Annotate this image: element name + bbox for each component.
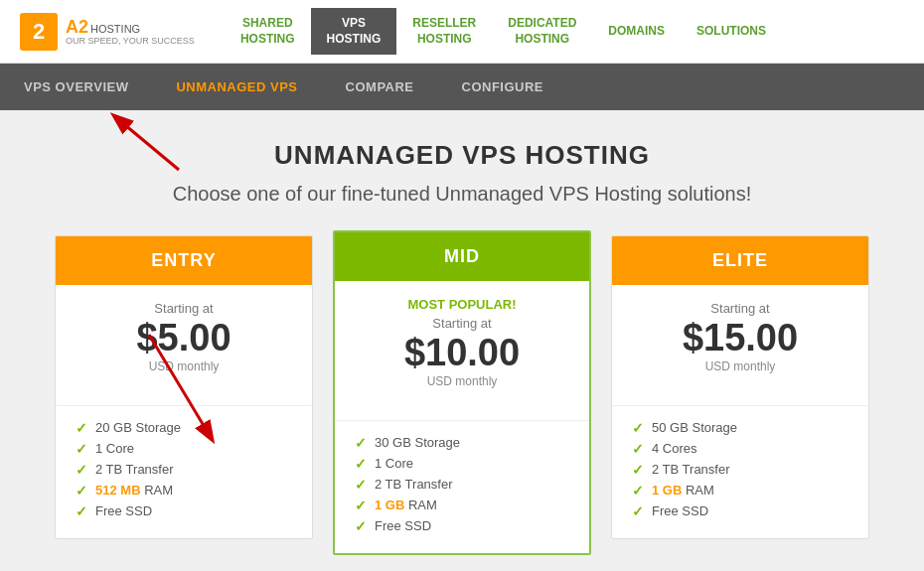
plan-entry-header: ENTRY <box>56 236 312 285</box>
list-item: ✓50 GB Storage <box>632 420 848 436</box>
check-icon: ✓ <box>355 518 367 534</box>
plan-mid-most-popular: MOST POPULAR! <box>355 297 569 312</box>
list-item: ✓1 GB RAM <box>355 498 569 513</box>
list-item: ✓512 MB RAM <box>76 483 292 499</box>
svg-line-3 <box>149 335 209 434</box>
check-icon: ✓ <box>355 435 367 451</box>
page-title: UNMANAGED VPS HOSTING <box>40 140 884 171</box>
plan-elite-starting-at: Starting at <box>632 301 848 316</box>
logo-tagline: OUR SPEED, YOUR SUCCESS <box>66 36 195 46</box>
subnav-configure[interactable]: CONFIGURE <box>438 64 568 110</box>
top-navigation: 2 A2 HOSTING OUR SPEED, YOUR SUCCESS SHA… <box>0 0 924 64</box>
feature-highlight: 512 MB <box>95 483 141 498</box>
check-icon: ✓ <box>632 483 644 499</box>
plan-elite-body: Starting at $15.00 USD monthly <box>612 285 868 405</box>
top-nav-links: SHAREDHOSTING VPSHOSTING RESELLERHOSTING… <box>225 8 904 55</box>
subnav-vps-overview[interactable]: VPS OVERVIEW <box>0 64 152 110</box>
page-subtitle: Choose one of our fine-tuned Unmanaged V… <box>40 183 884 206</box>
plan-elite-features: ✓50 GB Storage ✓4 Cores ✓2 TB Transfer ✓… <box>612 405 868 538</box>
nav-domains[interactable]: DOMAINS <box>592 16 681 48</box>
nav-shared-hosting[interactable]: SHAREDHOSTING <box>225 8 311 55</box>
feature-highlight: 1 GB <box>375 498 404 512</box>
check-icon: ✓ <box>355 498 367 513</box>
logo-a2: A2 <box>66 18 88 36</box>
check-icon: ✓ <box>632 503 644 519</box>
logo-hosting: HOSTING <box>90 23 140 36</box>
plan-mid-features: ✓30 GB Storage ✓1 Core ✓2 TB Transfer ✓1… <box>335 420 589 553</box>
check-icon: ✓ <box>632 462 644 478</box>
nav-reseller-hosting[interactable]: RESELLERHOSTING <box>396 8 492 55</box>
list-item: ✓2 TB Transfer <box>632 462 848 478</box>
plan-elite-price: $15.00 <box>632 318 848 359</box>
nav-vps-hosting[interactable]: VPSHOSTING <box>311 8 397 55</box>
main-content: UNMANAGED VPS HOSTING Choose one of our … <box>0 110 924 571</box>
plan-elite-period: USD monthly <box>632 359 848 373</box>
subnav-compare[interactable]: COMPARE <box>322 64 438 110</box>
logo[interactable]: 2 A2 HOSTING OUR SPEED, YOUR SUCCESS <box>20 13 195 51</box>
nav-solutions[interactable]: SOLUTIONS <box>681 16 782 48</box>
list-item: ✓2 TB Transfer <box>76 462 292 478</box>
arrow-down-annotation <box>70 315 268 464</box>
logo-text: A2 HOSTING OUR SPEED, YOUR SUCCESS <box>66 18 195 46</box>
plan-mid-body: MOST POPULAR! Starting at $10.00 USD mon… <box>335 281 589 420</box>
plan-mid-header: MID <box>335 232 589 281</box>
sub-navigation: VPS OVERVIEW UNMANAGED VPS COMPARE CONFI… <box>0 64 924 110</box>
list-item: ✓1 GB RAM <box>632 483 848 499</box>
check-icon: ✓ <box>76 462 87 478</box>
list-item: ✓2 TB Transfer <box>355 477 569 493</box>
plan-elite-header: ELITE <box>612 236 868 285</box>
check-icon: ✓ <box>76 503 87 519</box>
plan-entry-starting-at: Starting at <box>76 301 292 316</box>
plan-mid-period: USD monthly <box>355 374 569 388</box>
plan-mid: MID MOST POPULAR! Starting at $10.00 USD… <box>333 230 591 555</box>
logo-icon: 2 <box>20 13 58 51</box>
list-item: ✓1 Core <box>355 456 569 472</box>
plan-mid-price: $10.00 <box>355 333 569 374</box>
plan-mid-starting-at: Starting at <box>355 316 569 331</box>
check-icon: ✓ <box>632 441 644 457</box>
list-item: ✓Free SSD <box>76 503 292 519</box>
check-icon: ✓ <box>355 477 367 493</box>
subnav-unmanaged-vps[interactable]: UNMANAGED VPS <box>152 64 321 110</box>
list-item: ✓Free SSD <box>632 503 848 519</box>
plans-container: ENTRY Starting at $5.00 USD monthly ✓20 … <box>40 235 884 555</box>
nav-dedicated-hosting[interactable]: DEDICATEDHOSTING <box>492 8 592 55</box>
plan-elite: ELITE Starting at $15.00 USD monthly ✓50… <box>611 235 869 539</box>
list-item: ✓Free SSD <box>355 518 569 534</box>
check-icon: ✓ <box>355 456 367 472</box>
list-item: ✓30 GB Storage <box>355 435 569 451</box>
list-item: ✓4 Cores <box>632 441 848 457</box>
check-icon: ✓ <box>632 420 644 436</box>
check-icon: ✓ <box>76 483 87 499</box>
feature-highlight: 1 GB <box>652 483 682 498</box>
